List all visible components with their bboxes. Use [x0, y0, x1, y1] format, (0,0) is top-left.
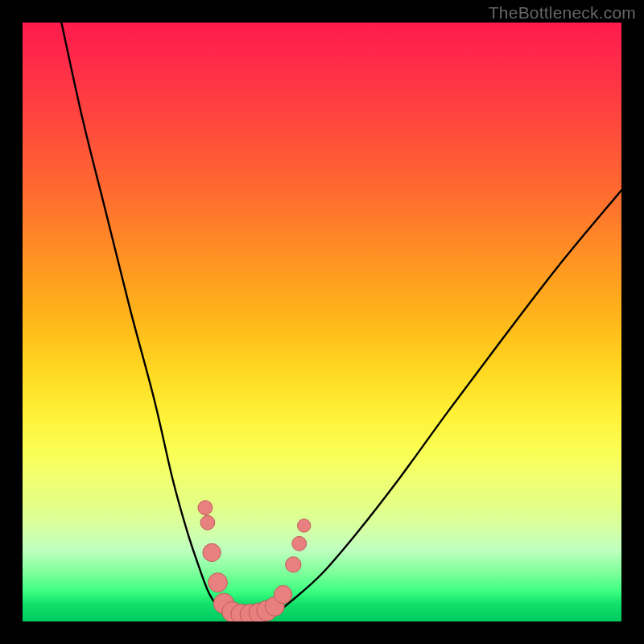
plot-background-gradient — [23, 23, 621, 621]
outer-frame: TheBottleneck.com — [0, 0, 644, 644]
watermark-text: TheBottleneck.com — [489, 3, 636, 23]
